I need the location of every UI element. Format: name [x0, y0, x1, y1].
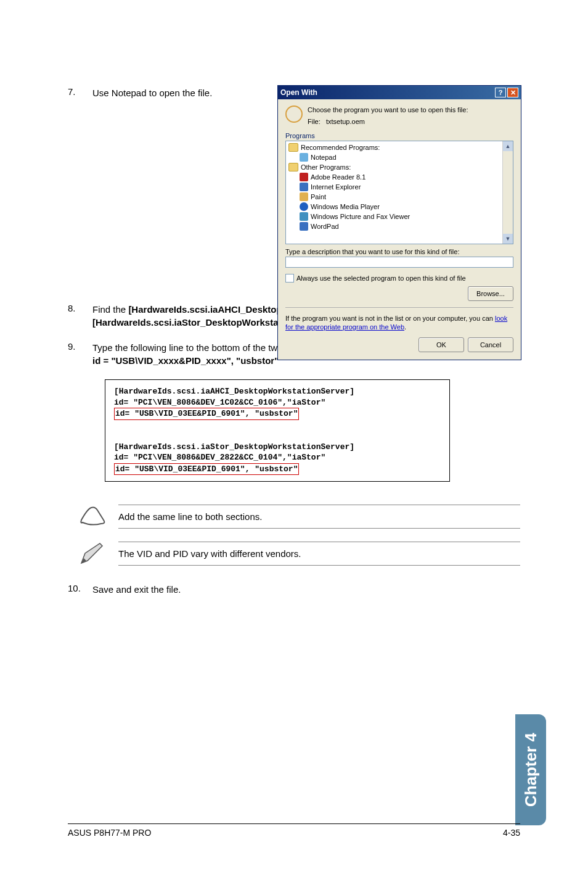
step-number: 7.	[68, 86, 92, 97]
always-label: Always use the selected program to open …	[296, 274, 466, 282]
browse-button[interactable]: Browse...	[468, 286, 513, 301]
note-text: Add the same line to both sections.	[118, 509, 520, 524]
other-group: Other Programs:	[287, 162, 512, 172]
dialog-title: Open With	[280, 88, 317, 97]
programs-label: Programs	[285, 132, 513, 139]
code-block: [HardwareIds.scsi.iaAHCI_DesktopWorkstat…	[105, 379, 450, 482]
list-item[interactable]: Internet Explorer	[287, 182, 502, 192]
notepad-icon	[300, 153, 308, 162]
scrollbar[interactable]: ▲ ▼	[502, 141, 513, 244]
list-item[interactable]: Adobe Reader 8.1	[287, 172, 502, 182]
list-item[interactable]: WordPad	[287, 221, 502, 231]
help-button[interactable]: ?	[495, 88, 506, 97]
list-item[interactable]: Windows Picture and Fax Viewer	[287, 212, 502, 221]
pen-icon	[78, 541, 107, 566]
ie-icon	[300, 183, 308, 191]
note-text: The VID and PID vary with different vend…	[118, 546, 520, 561]
wpfv-icon	[300, 212, 308, 221]
always-checkbox[interactable]	[285, 274, 294, 283]
cancel-button[interactable]: Cancel	[468, 337, 513, 352]
scroll-down-icon[interactable]: ▼	[503, 234, 513, 244]
open-with-dialog: Open With ? ✕ Choose the program you wan…	[277, 85, 521, 360]
list-item[interactable]: Windows Media Player	[287, 202, 502, 212]
step-number: 10.	[68, 583, 92, 593]
wmp-icon	[300, 202, 308, 211]
page-footer: ASUS P8H77-M PRO 4-35	[68, 823, 520, 838]
dialog-instruction: Choose the program you want to use to op…	[308, 105, 468, 127]
step-text: Save and exit the file.	[92, 583, 520, 596]
footer-left: ASUS P8H77-M PRO	[68, 828, 151, 838]
step-number: 8.	[68, 303, 92, 313]
magnifier-icon	[285, 105, 303, 123]
programs-list[interactable]: Recommended Programs: Notepad Other Prog…	[285, 141, 513, 244]
adobe-icon	[300, 173, 308, 181]
wordpad-icon	[300, 222, 308, 231]
description-input[interactable]	[285, 257, 513, 268]
close-button[interactable]: ✕	[507, 88, 518, 97]
folder-icon	[288, 163, 298, 171]
note-icon	[78, 504, 107, 529]
dialog-titlebar: Open With ? ✕	[278, 86, 521, 99]
list-item[interactable]: Notepad	[287, 152, 502, 162]
step-number: 9.	[68, 341, 92, 352]
chapter-tab: Chapter 4	[515, 714, 546, 825]
web-lookup-note: If the program you want is not in the li…	[285, 314, 513, 332]
footer-right: 4-35	[503, 828, 520, 838]
ok-button[interactable]: OK	[419, 337, 464, 352]
paint-icon	[300, 192, 308, 201]
list-item[interactable]: Paint	[287, 192, 502, 202]
description-label: Type a description that you want to use …	[285, 248, 513, 255]
recommended-group: Recommended Programs:	[287, 142, 512, 152]
folder-icon	[288, 143, 298, 152]
scroll-up-icon[interactable]: ▲	[503, 141, 513, 151]
